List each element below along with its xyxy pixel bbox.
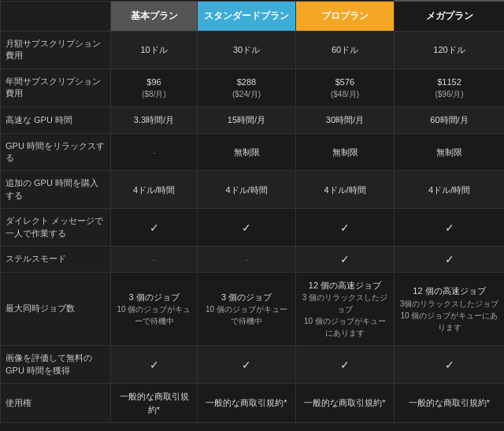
- feature-cell: 最大同時ジョブ数: [1, 272, 111, 346]
- cell-text: 10 個のジョブがキューにあります: [301, 315, 389, 339]
- table-row: 高速な GPU 時間3.3時間/月15時間/月30時間/月60時間/月: [1, 107, 505, 134]
- standard-value-cell: -: [198, 246, 296, 272]
- feature-cell: 月額サブスクリプション費用: [1, 31, 111, 69]
- cell-text: 3.3時間/月: [116, 113, 192, 127]
- checkmark-icon: ✓: [340, 359, 350, 371]
- checkmark-icon: ✓: [445, 221, 454, 234]
- cell-text: $1152: [399, 76, 499, 89]
- feature-cell: GPU 時間をリラックスする: [1, 133, 111, 171]
- cell-text: 無制限: [202, 146, 291, 159]
- table-row: 追加の GPU 時間を購入する4ドル/時間4ドル/時間4ドル/時間4ドル/時間: [1, 171, 505, 209]
- cell-text: 30ドル: [202, 43, 291, 57]
- standard-value-cell: 3 個のジョブ10 個のジョブがキューで待機中: [198, 272, 296, 346]
- cell-text: 12 個の高速ジョブ: [399, 284, 499, 298]
- basic-value-cell: 10ドル: [111, 31, 198, 69]
- standard-value-cell: 4ドル/時間: [198, 171, 296, 209]
- pro-value-cell: ✓: [296, 209, 395, 247]
- checkmark-icon: ✓: [150, 359, 159, 371]
- pro-value-cell: 4ドル/時間: [296, 171, 395, 209]
- mega-value-cell: 12 個の高速ジョブ3個のリラックスしたジョブ10 個のジョブがキューにあります: [395, 272, 505, 346]
- checkmark-icon: ✓: [340, 253, 350, 266]
- pro-value-cell: 一般的な商取引規約*: [296, 384, 395, 423]
- standard-value-cell: 無制限: [198, 133, 296, 171]
- table-row: GPU 時間をリラックスする-無制限無制限無制限: [1, 133, 505, 171]
- checkmark-icon: ✓: [445, 253, 454, 266]
- dash-icon: -: [153, 255, 156, 264]
- cell-text: 10 個のジョブがキューにあります: [399, 310, 499, 333]
- dash-icon: -: [153, 147, 156, 157]
- checkmark-icon: ✓: [150, 221, 159, 234]
- pro-value-cell: 12 個の高速ジョブ3 個のリラックスしたジョブ10 個のジョブがキューにありま…: [296, 272, 395, 346]
- standard-value-cell: 30ドル: [198, 31, 296, 69]
- cell-text: 120ドル: [399, 43, 499, 57]
- cell-text: 3 個のジョブ: [202, 291, 291, 304]
- cell-text: 12 個の高速ジョブ: [301, 279, 389, 292]
- basic-value-cell: 一般的な商取引規約*: [111, 384, 198, 423]
- table-row: ステルスモード--✓✓: [1, 246, 505, 272]
- cell-text: ($48/月): [301, 88, 389, 100]
- standard-value-cell: 一般的な商取引規約*: [198, 384, 296, 423]
- cell-text: $96: [116, 76, 192, 89]
- feature-cell: 高速な GPU 時間: [1, 107, 111, 134]
- cell-text: 15時間/月: [202, 113, 291, 127]
- feature-cell: 追加の GPU 時間を購入する: [1, 171, 111, 209]
- basic-value-cell: ✓: [111, 209, 198, 247]
- mega-value-cell: 60時間/月: [395, 107, 505, 134]
- cell-text: ($8/月): [116, 88, 192, 100]
- standard-value-cell: $288($24/月): [198, 69, 296, 107]
- cell-text: 4ドル/時間: [202, 184, 291, 197]
- feature-header: [1, 1, 111, 31]
- cell-text: 4ドル/時間: [399, 184, 499, 197]
- mega-value-cell: ✓: [395, 246, 505, 272]
- pro-value-cell: ✓: [296, 246, 395, 272]
- cell-text: 無制限: [301, 146, 389, 159]
- basic-value-cell: -: [111, 246, 198, 272]
- mega-value-cell: 120ドル: [395, 31, 505, 69]
- basic-value-cell: 3.3時間/月: [111, 107, 198, 134]
- pro-value-cell: 60ドル: [296, 31, 395, 69]
- cell-text: ($96/月): [399, 88, 499, 100]
- mega-value-cell: 4ドル/時間: [395, 171, 505, 209]
- checkmark-icon: ✓: [242, 221, 251, 234]
- mega-plan-header: メガプラン: [395, 1, 505, 31]
- cell-text: 10ドル: [116, 43, 192, 57]
- checkmark-icon: ✓: [445, 359, 454, 371]
- pro-value-cell: ✓: [296, 346, 395, 384]
- pro-plan-header: プロプラン: [296, 1, 395, 31]
- cell-text: 一般的な商取引規約*: [116, 390, 192, 416]
- cell-text: 30時間/月: [301, 113, 389, 127]
- basic-value-cell: 3 個のジョブ10 個のジョブがキューで待機中: [111, 272, 198, 346]
- standard-plan-header: スタンダードプラン: [198, 1, 296, 31]
- mega-value-cell: $1152($96/月): [395, 69, 505, 107]
- cell-text: 3 個のジョブ: [116, 291, 192, 304]
- feature-cell: 画像を評価して無料の GPU 時間を獲得: [1, 346, 111, 384]
- cell-text: 3個のリラックスしたジョブ: [399, 298, 499, 310]
- cell-text: 4ドル/時間: [116, 184, 192, 197]
- basic-value-cell: $96($8/月): [111, 69, 198, 107]
- cell-text: 10 個のジョブがキューで待機中: [116, 303, 192, 327]
- cell-text: 一般的な商取引規約*: [202, 396, 291, 410]
- cell-text: 一般的な商取引規約*: [301, 396, 389, 410]
- basic-plan-header: 基本プラン: [111, 1, 198, 31]
- feature-cell: ダイレクト メッセージで一人で作業する: [1, 209, 111, 247]
- cell-text: 60時間/月: [399, 113, 499, 127]
- feature-cell: 年間サブスクリプション費用: [1, 69, 111, 107]
- standard-value-cell: 15時間/月: [198, 107, 296, 134]
- dash-icon: -: [245, 255, 248, 264]
- table-row: 画像を評価して無料の GPU 時間を獲得✓✓✓✓: [1, 346, 505, 384]
- mega-value-cell: 無制限: [395, 133, 505, 171]
- cell-text: $288: [202, 76, 291, 89]
- cell-text: 4ドル/時間: [301, 184, 389, 197]
- pro-value-cell: 30時間/月: [296, 107, 395, 134]
- basic-value-cell: ✓: [111, 346, 198, 384]
- cell-text: 10 個のジョブがキューで待機中: [202, 303, 291, 327]
- mega-value-cell: 一般的な商取引規約*: [395, 384, 505, 423]
- mega-value-cell: ✓: [395, 209, 505, 247]
- cell-text: 無制限: [399, 146, 499, 159]
- basic-value-cell: 4ドル/時間: [111, 171, 198, 209]
- feature-cell: 使用権: [1, 384, 111, 423]
- basic-value-cell: -: [111, 133, 198, 171]
- checkmark-icon: ✓: [242, 359, 251, 371]
- table-row: 月額サブスクリプション費用10ドル30ドル60ドル120ドル: [1, 31, 505, 69]
- cell-text: 3 個のリラックスしたジョブ: [301, 292, 389, 315]
